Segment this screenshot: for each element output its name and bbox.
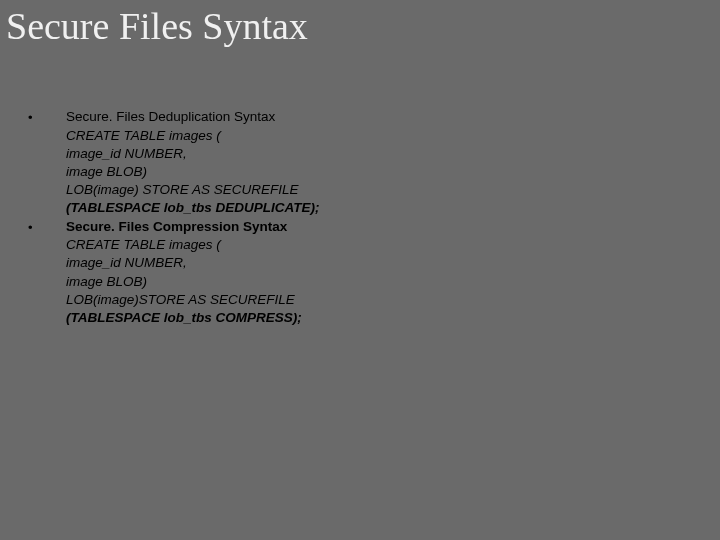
line-text: image_id NUMBER, [66, 145, 187, 163]
line-text: LOB(image)STORE AS SECUREFILE [66, 291, 295, 309]
bullet-icon [28, 254, 66, 255]
line-text: Secure. Files Deduplication Syntax [66, 108, 275, 126]
body-line: LOB(image) STORE AS SECUREFILE [28, 181, 700, 199]
bullet-icon [28, 273, 66, 274]
body-line: image_id NUMBER, [28, 254, 700, 272]
body-line: •Secure. Files Compression Syntax [28, 218, 700, 237]
line-text: (TABLESPACE lob_tbs COMPRESS); [66, 309, 302, 327]
bullet-icon [28, 309, 66, 310]
line-text: LOB(image) STORE AS SECUREFILE [66, 181, 299, 199]
line-text: image BLOB) [66, 163, 147, 181]
body-line: image BLOB) [28, 273, 700, 291]
slide-title: Secure Files Syntax [6, 4, 308, 48]
bullet-icon [28, 163, 66, 164]
body-line: LOB(image)STORE AS SECUREFILE [28, 291, 700, 309]
line-text: CREATE TABLE images ( [66, 127, 221, 145]
body-line: (TABLESPACE lob_tbs DEDUPLICATE); [28, 199, 700, 217]
line-text: image_id NUMBER, [66, 254, 187, 272]
bullet-icon [28, 181, 66, 182]
body-line: (TABLESPACE lob_tbs COMPRESS); [28, 309, 700, 327]
body-line: •Secure. Files Deduplication Syntax [28, 108, 700, 127]
bullet-icon [28, 291, 66, 292]
bullet-icon [28, 199, 66, 200]
bullet-icon: • [28, 218, 66, 237]
bullet-icon [28, 127, 66, 128]
line-text: image BLOB) [66, 273, 147, 291]
body-line: image BLOB) [28, 163, 700, 181]
body-line: CREATE TABLE images ( [28, 127, 700, 145]
line-text: Secure. Files Compression Syntax [66, 218, 287, 236]
body-line: CREATE TABLE images ( [28, 236, 700, 254]
body-line: image_id NUMBER, [28, 145, 700, 163]
slide-body: •Secure. Files Deduplication SyntaxCREAT… [28, 108, 700, 327]
bullet-icon [28, 236, 66, 237]
line-text: CREATE TABLE images ( [66, 236, 221, 254]
line-text: (TABLESPACE lob_tbs DEDUPLICATE); [66, 199, 320, 217]
bullet-icon: • [28, 108, 66, 127]
bullet-icon [28, 145, 66, 146]
slide: Secure Files Syntax •Secure. Files Dedup… [0, 0, 720, 540]
